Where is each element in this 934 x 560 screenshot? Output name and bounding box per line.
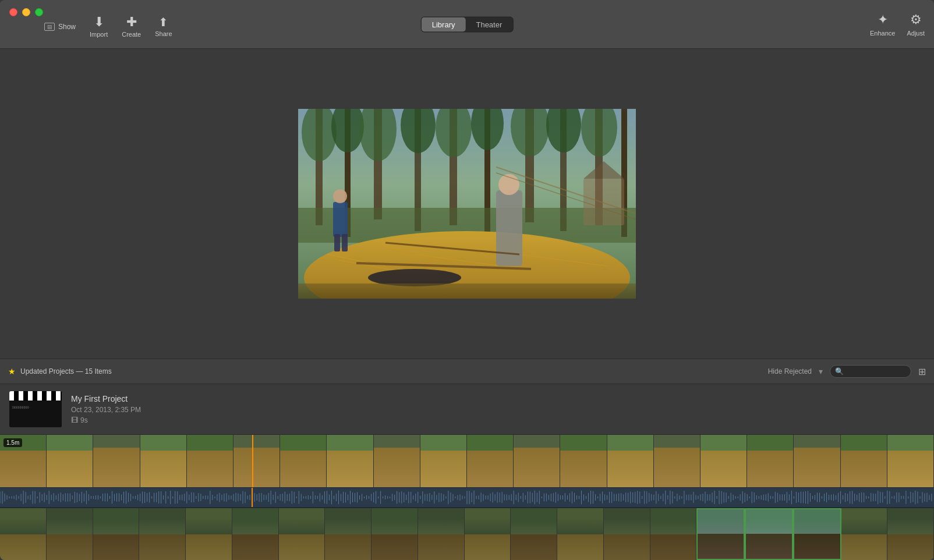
- frame-11[interactable]: [514, 435, 560, 487]
- playhead[interactable]: [252, 435, 253, 487]
- enhance-button[interactable]: ✦ Enhance: [870, 12, 895, 37]
- create-button[interactable]: ✚ Create: [122, 16, 141, 38]
- project-list: »»»»»»»» My First Project Oct 23, 2013, …: [0, 384, 934, 434]
- library-tab[interactable]: Library: [422, 17, 466, 31]
- timeline-area[interactable]: 1.5m: [0, 434, 934, 560]
- lower-clip-3[interactable]: [139, 508, 186, 560]
- project-date: Oct 23, 2013, 2:35 PM: [71, 406, 141, 414]
- import-button[interactable]: ⬇ Import: [90, 16, 108, 38]
- adjust-label: Adjust: [907, 30, 925, 37]
- lower-clip-12[interactable]: [557, 508, 604, 560]
- show-label: Show: [58, 23, 76, 31]
- app-window: ▤ Show ⬇ Import ✚ Create ⬆ Share Library…: [0, 0, 934, 560]
- svg-rect-37: [583, 179, 624, 225]
- lower-clips-strip: [0, 508, 934, 560]
- project-info: My First Project Oct 23, 2013, 2:35 PM 🎞…: [71, 394, 141, 424]
- segment-control: Library Theater: [421, 16, 514, 32]
- share-icon: ⬆: [158, 16, 168, 28]
- minimize-button[interactable]: [22, 8, 30, 16]
- bottom-panel: ★ Updated Projects — 15 Items Hide Rejec…: [0, 359, 934, 560]
- lower-clip-16[interactable]: [745, 508, 793, 560]
- lower-clip-19[interactable]: [887, 508, 934, 560]
- video-preview: [298, 109, 636, 299]
- frame-3[interactable]: [140, 435, 187, 487]
- lower-clip-1[interactable]: [47, 508, 93, 560]
- frame-6[interactable]: [280, 435, 327, 487]
- lower-clip-14[interactable]: [650, 508, 697, 560]
- timeline-badge: 1.5m: [3, 438, 22, 447]
- frame-9[interactable]: [420, 435, 467, 487]
- projects-title: Updated Projects — 15 Items: [20, 367, 112, 375]
- lower-clip-6[interactable]: [279, 508, 326, 560]
- frame-10[interactable]: [467, 435, 514, 487]
- projects-bar: ★ Updated Projects — 15 Items Hide Rejec…: [0, 359, 934, 384]
- frame-8[interactable]: [374, 435, 420, 487]
- project-name: My First Project: [71, 394, 141, 403]
- svg-rect-31: [333, 202, 348, 237]
- video-frame: [298, 109, 636, 299]
- frame-18[interactable]: [841, 435, 887, 487]
- enhance-icon: ✦: [878, 12, 888, 27]
- waveform-bar: [0, 487, 934, 508]
- frame-12[interactable]: [560, 435, 607, 487]
- lower-clip-18[interactable]: [841, 508, 888, 560]
- lower-clip-9[interactable]: [418, 508, 465, 560]
- chevrons: »»»»»»»»: [12, 404, 29, 410]
- preview-area: [0, 49, 934, 359]
- svg-rect-33: [334, 234, 340, 251]
- lower-clip-0[interactable]: [0, 508, 47, 560]
- frame-2[interactable]: [93, 435, 140, 487]
- lower-clip-4[interactable]: [186, 508, 232, 560]
- show-button[interactable]: ▤ Show: [44, 23, 76, 31]
- adjust-button[interactable]: ⚙ Adjust: [907, 12, 925, 37]
- lower-clip-11[interactable]: [511, 508, 557, 560]
- titlebar: ▤ Show ⬇ Import ✚ Create ⬆ Share Library…: [0, 0, 934, 49]
- frame-7[interactable]: [327, 435, 373, 487]
- lower-clip-7[interactable]: [325, 508, 372, 560]
- lower-clip-17[interactable]: [793, 508, 841, 560]
- grid-view-icon[interactable]: ⊞: [918, 366, 926, 377]
- lower-clip-5[interactable]: [232, 508, 279, 560]
- enhance-label: Enhance: [870, 30, 895, 37]
- svg-point-32: [333, 189, 347, 203]
- theater-tab[interactable]: Theater: [465, 17, 512, 31]
- clapperboard-top: [9, 391, 62, 400]
- lower-clip-10[interactable]: [465, 508, 511, 560]
- frame-17[interactable]: [794, 435, 840, 487]
- frame-13[interactable]: [607, 435, 654, 487]
- lower-clip-8[interactable]: [372, 508, 418, 560]
- film-icon: 🎞: [71, 416, 78, 424]
- adjust-icon: ⚙: [910, 12, 922, 27]
- hide-rejected-arrow: ▾: [819, 367, 823, 376]
- hide-rejected-button[interactable]: Hide Rejected: [768, 367, 812, 375]
- maximize-button[interactable]: [35, 8, 43, 16]
- project-duration: 🎞 9s: [71, 416, 141, 424]
- close-button[interactable]: [9, 8, 17, 16]
- scene-svg: [298, 109, 636, 299]
- projects-right: Hide Rejected ▾ 🔍 ⊞: [768, 365, 926, 378]
- traffic-lights: [9, 8, 43, 16]
- timeline-strip[interactable]: 1.5m: [0, 435, 934, 487]
- frame-19[interactable]: [887, 435, 934, 487]
- import-label: Import: [90, 31, 108, 38]
- duration-value: 9s: [80, 416, 88, 424]
- create-label: Create: [122, 31, 141, 38]
- frame-5[interactable]: [234, 435, 280, 487]
- star-icon: ★: [8, 367, 16, 376]
- frame-4[interactable]: [187, 435, 234, 487]
- lower-clip-2[interactable]: [93, 508, 140, 560]
- frame-1[interactable]: [47, 435, 93, 487]
- search-icon: 🔍: [835, 367, 844, 375]
- svg-rect-34: [342, 234, 348, 251]
- waveform-canvas: [0, 488, 934, 507]
- frame-15[interactable]: [700, 435, 747, 487]
- project-thumbnail[interactable]: »»»»»»»»: [9, 391, 62, 427]
- lower-clip-15[interactable]: [696, 508, 745, 560]
- search-box[interactable]: 🔍: [830, 365, 911, 378]
- timeline-frames: [0, 435, 934, 487]
- frame-14[interactable]: [654, 435, 700, 487]
- frame-16[interactable]: [747, 435, 794, 487]
- show-icon: ▤: [44, 23, 55, 31]
- share-button[interactable]: ⬆ Share: [155, 16, 172, 37]
- lower-clip-13[interactable]: [604, 508, 650, 560]
